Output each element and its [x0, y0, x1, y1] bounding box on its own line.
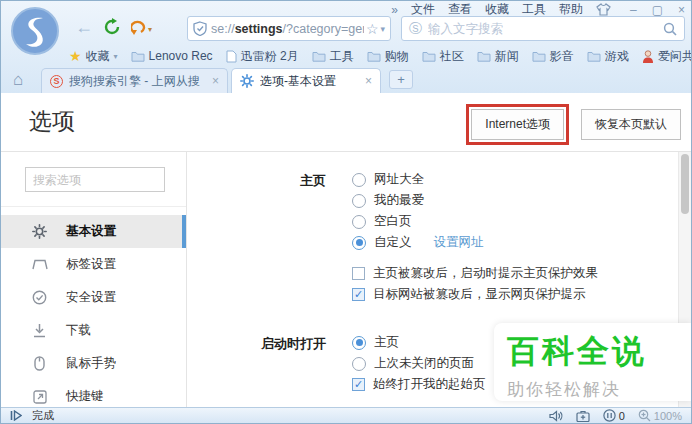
bookmark-star-icon[interactable]: ☆: [366, 21, 379, 37]
checkbox-checked-icon[interactable]: ✓: [352, 378, 365, 391]
bookmark-aiwen[interactable]: 爱问共: [642, 48, 692, 65]
browser-chrome: » 文件 查看 收藏 工具 帮助 – ▢ × ←: [1, 1, 691, 93]
status-bar: 完成 0: [1, 407, 691, 423]
speaker-icon[interactable]: [549, 410, 563, 422]
sogou-logo-icon: [10, 6, 60, 56]
bookmark-folder-media[interactable]: 影音: [532, 48, 574, 65]
folder-icon: [587, 50, 601, 62]
sogou-favicon-icon: S: [50, 75, 63, 88]
url-dropdown-icon[interactable]: ▾: [380, 24, 385, 34]
radio-startup-homepage[interactable]: 主页: [352, 332, 486, 353]
search-bar[interactable]: Ⓢ: [401, 16, 685, 41]
scrollbar-thumb[interactable]: [681, 154, 689, 214]
address-bar[interactable]: se://settings/?category=gen ☆ ▾: [187, 16, 391, 41]
radio-homepage-favorites[interactable]: 我的最爱: [352, 190, 598, 211]
page-title: 选项: [29, 106, 75, 137]
tab-close-icon[interactable]: ×: [212, 74, 219, 88]
radio-selected-icon[interactable]: [352, 236, 366, 250]
divider: [1, 206, 186, 207]
folder-icon: [367, 50, 381, 62]
new-tab-button[interactable]: +: [389, 70, 413, 89]
undo-dropdown-icon[interactable]: ▾: [148, 25, 152, 34]
toolbox-icon[interactable]: [576, 410, 590, 422]
zoom-magnifier-icon: [638, 409, 651, 422]
favorites-button[interactable]: ★ 收藏 ▾: [69, 48, 118, 65]
home-icon[interactable]: ⌂: [13, 70, 23, 90]
tab-close-icon[interactable]: ×: [365, 74, 372, 88]
sidebar-item-downloads[interactable]: 下载: [1, 314, 186, 347]
gear-icon: [31, 224, 48, 239]
shortcut-icon: [31, 390, 48, 404]
internet-options-button[interactable]: Internet选项: [471, 109, 564, 140]
sidebar-item-mouse-gestures[interactable]: 鼠标手势: [1, 347, 186, 380]
restore-defaults-button[interactable]: 恢复本页默认: [581, 109, 681, 140]
bookmark-folder-games[interactable]: 游戏: [587, 48, 629, 65]
checkbox-homepage-tamper-prompt[interactable]: 主页被篡改后，启动时提示主页保护效果: [352, 263, 598, 284]
bookmark-folder-news[interactable]: 新闻: [477, 48, 519, 65]
folder-icon: [131, 50, 145, 62]
settings-gear-icon: [240, 74, 254, 88]
radio-icon[interactable]: [352, 215, 366, 229]
checkbox-always-open-startpage[interactable]: ✓ 始终打开我的起始页: [352, 374, 486, 395]
settings-page: 选项 Internet选项 恢复本页默认: [1, 93, 691, 407]
mouse-icon: [31, 356, 48, 371]
download-icon: [31, 323, 48, 338]
folder-icon: [532, 50, 546, 62]
url-text[interactable]: se://settings/?category=gen: [211, 22, 364, 36]
magnifier-icon[interactable]: [663, 22, 677, 36]
favorites-caret-icon: ▾: [114, 52, 118, 61]
bookmark-page-xunlei[interactable]: 迅雷粉 2月: [226, 48, 299, 65]
sidebar-item-security-settings[interactable]: 安全设置: [1, 281, 186, 314]
bookmark-folder-community[interactable]: 社区: [422, 48, 464, 65]
folder-icon: [477, 50, 491, 62]
checkbox-checked-icon[interactable]: ✓: [352, 288, 365, 301]
tab-bar: ⌂ S 搜狗搜索引擎 - 上网从搜 × 选项-基本设置 ×: [1, 67, 691, 93]
folder-icon: [422, 50, 436, 62]
browser-window: » 文件 查看 收藏 工具 帮助 – ▢ × ←: [0, 0, 692, 424]
zoom-level: 100%: [654, 410, 682, 422]
radio-homepage-navsite[interactable]: 网址大全: [352, 169, 598, 190]
radio-homepage-custom[interactable]: 自定义 设置网址: [352, 232, 598, 253]
status-text: 完成: [32, 408, 54, 423]
undo-icon[interactable]: [131, 19, 147, 35]
adblock-status[interactable]: 0: [603, 409, 625, 422]
search-input[interactable]: [428, 22, 663, 36]
radio-icon[interactable]: [352, 357, 366, 371]
checkbox-icon[interactable]: [352, 267, 365, 280]
bookmarks-bar: ★ 收藏 ▾ Lenovo Rec 迅雷粉 2月 工具: [69, 45, 665, 67]
adblock-count: 0: [619, 410, 625, 422]
annotation-highlight: Internet选项: [466, 104, 569, 145]
favorites-star-icon: ★: [69, 48, 82, 64]
zoom-control[interactable]: 100%: [638, 409, 682, 422]
set-url-link[interactable]: 设置网址: [434, 234, 484, 251]
radio-homepage-blank[interactable]: 空白页: [352, 211, 598, 232]
sidebar-item-basic-settings[interactable]: 基本设置: [1, 215, 186, 248]
radio-icon[interactable]: [352, 173, 366, 187]
folder-icon: [312, 50, 326, 62]
avatar-icon: [642, 50, 654, 63]
sidebar-item-tab-settings[interactable]: 标签设置: [1, 248, 186, 281]
checkbox-site-tamper-tip[interactable]: ✓ 目标网站被篡改后，显示网页保护提示: [352, 284, 598, 305]
site-shield-icon[interactable]: [193, 21, 207, 36]
bookmark-folder-lenovo[interactable]: Lenovo Rec: [131, 49, 213, 63]
radio-startup-last-session[interactable]: 上次未关闭的页面: [352, 353, 486, 374]
radio-selected-icon[interactable]: [352, 336, 366, 350]
back-icon[interactable]: ←: [75, 17, 93, 38]
page-icon: [226, 50, 237, 63]
bookmarks-overflow-icon[interactable]: »: [670, 49, 677, 63]
sogou-search-icon: Ⓢ: [409, 20, 422, 38]
adblock-shield-icon: [603, 409, 616, 422]
sidebar-search-input[interactable]: [25, 167, 165, 192]
radio-icon[interactable]: [352, 194, 366, 208]
shield-check-icon: [31, 290, 48, 305]
watermark-subtitle: 助你轻松解决: [507, 378, 691, 401]
refresh-icon[interactable]: [103, 18, 121, 36]
startup-section-label: 启动时打开: [188, 332, 326, 395]
speed-mode-icon[interactable]: [10, 410, 22, 421]
settings-content: 主页 网址大全 我的最爱 空白页: [188, 152, 691, 407]
bookmark-folder-shopping[interactable]: 购物: [367, 48, 409, 65]
tab-settings[interactable]: 选项-基本设置 ×: [231, 68, 381, 93]
tab-sogou-search[interactable]: S 搜狗搜索引擎 - 上网从搜 ×: [41, 68, 228, 93]
bookmark-folder-tools[interactable]: 工具: [312, 48, 354, 65]
watermark-title: 百科全说: [507, 330, 691, 374]
